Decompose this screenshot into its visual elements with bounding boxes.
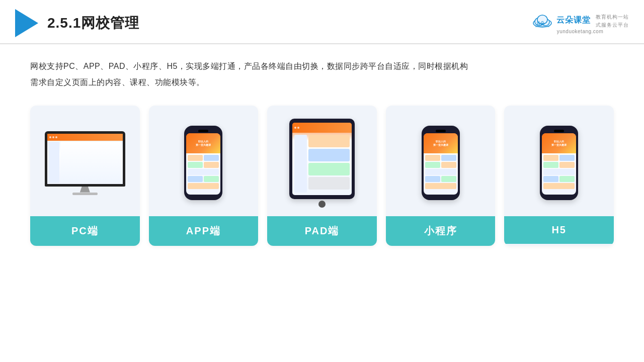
mini-body: [424, 153, 458, 191]
pad-tablet: [289, 119, 355, 208]
h5-screen: 职达人的第一堂兴趣课: [542, 133, 576, 195]
brand-url: yunduoketang.com: [557, 29, 604, 34]
svg-text:云朵: 云朵: [536, 21, 545, 26]
header-left: 2.5.1网校管理: [15, 9, 139, 37]
pad-body: [292, 133, 352, 195]
pad-card: PAD端: [267, 106, 377, 246]
mini-screen: 职达人的第一堂兴趣课: [424, 133, 458, 195]
miniprogram-label: 小程序: [386, 216, 496, 246]
mini-image-area: 职达人的第一堂兴趣课: [386, 106, 496, 216]
pad-image-area: [267, 106, 377, 216]
app-card: 职达人的第一堂兴趣课: [149, 106, 259, 246]
cloud-icon: 云朵: [531, 13, 553, 28]
pc-screen: [45, 131, 125, 187]
brand-slogan2: 式服务云平台: [596, 22, 629, 29]
pad-top-bar: [292, 123, 352, 133]
app-phone: 职达人的第一堂兴趣课: [184, 126, 222, 200]
page-title: 2.5.1网校管理: [47, 14, 139, 33]
brand-section: 云朵 云朵课堂 教育机构一站 式服务云平台 yunduoketang.com: [531, 13, 629, 34]
pc-label: PC端: [30, 216, 140, 246]
pad-screen: [292, 123, 352, 195]
page-header: 2.5.1网校管理 云朵 云朵课堂 教育机构一站 式服务云平台 yunduoke…: [0, 0, 644, 44]
pc-card: PC端: [30, 106, 140, 246]
pad-label: PAD端: [267, 216, 377, 246]
brand-slogan: 教育机构一站: [596, 14, 629, 21]
pc-top-bar: [47, 134, 123, 141]
app-body: [186, 153, 220, 191]
mini-banner: 职达人的第一堂兴趣课: [424, 133, 458, 153]
main-content: 网校支持PC、APP、PAD、小程序、H5，实现多端打通，产品各终端自由切换，数…: [0, 44, 644, 256]
app-banner-text: 职达人的第一堂兴趣课: [196, 140, 211, 147]
h5-banner: 职达人的第一堂兴趣课: [542, 133, 576, 153]
app-label: APP端: [149, 216, 259, 246]
mini-phone-outer: 职达人的第一堂兴趣课: [422, 126, 460, 200]
mini-banner-text: 职达人的第一堂兴趣课: [433, 140, 448, 147]
phone-notch: [198, 130, 208, 132]
mini-notch: [436, 130, 446, 132]
miniprogram-card: 职达人的第一堂兴趣课: [386, 106, 496, 246]
h5-notch: [554, 130, 564, 132]
h5-label: H5: [504, 216, 614, 244]
pc-monitor: [45, 131, 125, 195]
pad-main: [308, 135, 350, 193]
h5-image-area: 职达人的第一堂兴趣课: [504, 106, 614, 216]
pc-image-area: [30, 106, 140, 216]
h5-phone-outer: 职达人的第一堂兴趣课: [540, 126, 578, 200]
app-image-area: 职达人的第一堂兴趣课: [149, 106, 259, 216]
description-text: 网校支持PC、APP、PAD、小程序、H5，实现多端打通，产品各终端自由切换，数…: [30, 58, 614, 90]
h5-card: 职达人的第一堂兴趣课: [504, 106, 614, 246]
brand-name: 云朵课堂: [556, 15, 591, 26]
pc-stand: [80, 187, 90, 193]
pc-screen-content: [47, 134, 123, 184]
pc-base: [72, 193, 98, 195]
h5-phone: 职达人的第一堂兴趣课: [540, 126, 578, 200]
h5-banner-text: 职达人的第一堂兴趣课: [551, 140, 567, 147]
pc-body: [47, 141, 123, 184]
h5-body: [542, 153, 576, 191]
logo-triangle-icon: [15, 9, 38, 37]
app-phone-outer: 职达人的第一堂兴趣课: [184, 126, 222, 200]
brand-logo: 云朵 云朵课堂 教育机构一站 式服务云平台: [531, 13, 629, 29]
app-banner: 职达人的第一堂兴趣课: [186, 133, 220, 153]
device-cards-container: PC端 职达人的第一堂兴趣课: [30, 106, 614, 246]
pad-outer: [289, 119, 355, 199]
mini-phone: 职达人的第一堂兴趣课: [422, 126, 460, 200]
app-screen: 职达人的第一堂兴趣课: [186, 133, 220, 195]
tablet-home-btn: [318, 201, 326, 208]
